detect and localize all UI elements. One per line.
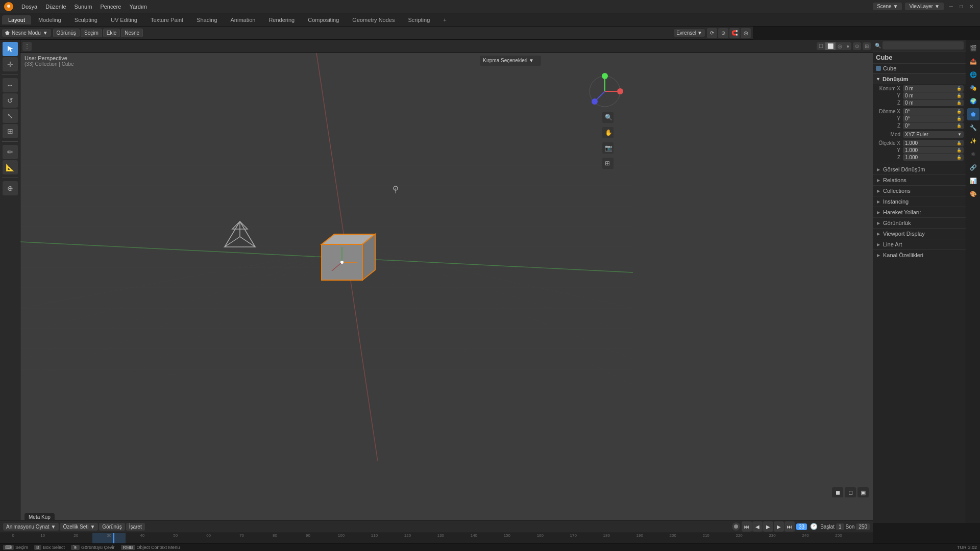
props-tab-object[interactable]: ⬟ (967, 108, 979, 120)
shading-material[interactable]: ◎ (836, 42, 844, 50)
props-tab-scene[interactable]: 🎭 (967, 82, 979, 94)
props-tab-view-layer[interactable]: 🌐 (967, 68, 979, 81)
viewport-icon-2[interactable]: ◻ (845, 487, 856, 497)
section-collections[interactable]: ▶ Collections (873, 185, 966, 196)
proportional-edit[interactable]: ◎ (741, 28, 751, 38)
olcek-y-value[interactable]: 1.000 🔒 (903, 147, 964, 154)
cube-3d-svg[interactable] (322, 234, 375, 280)
props-tab-data[interactable]: 📊 (967, 174, 979, 187)
viewport-gizmo-toggle[interactable]: ⊞ (863, 42, 871, 50)
viewlayer-selector[interactable]: ViewLayer ▼ (905, 3, 943, 10)
tab-sculpting[interactable]: Sculpting (68, 15, 104, 24)
close-btn[interactable]: ✕ (967, 3, 976, 10)
tool-scale[interactable]: ⤡ (3, 109, 18, 123)
btn-next-frame[interactable]: ▶ (774, 521, 784, 532)
start-frame-value[interactable]: 1 (836, 523, 844, 530)
tool-add[interactable]: ⊕ (3, 181, 18, 195)
props-search-input[interactable] (883, 41, 964, 49)
current-frame-display[interactable]: 33 (796, 523, 807, 530)
tab-scripting[interactable]: Scripting (402, 15, 436, 24)
tool-move[interactable]: ↔ (3, 78, 18, 92)
donme-y-value[interactable]: 0° 🔒 (903, 115, 964, 122)
viewport-icon-1[interactable]: ◼ (832, 487, 843, 497)
konum-z-value[interactable]: 0 m 🔒 (903, 99, 964, 106)
tool-measure[interactable]: 📐 (3, 160, 18, 174)
viewport-icon-3[interactable]: ▣ (857, 487, 869, 497)
keyframe-indicator[interactable] (732, 522, 740, 531)
donme-z-value[interactable]: 0° 🔒 (903, 122, 964, 129)
tool-cursor[interactable]: ✛ (3, 57, 18, 71)
tab-geometry-nodes[interactable]: Geometry Nodes (346, 15, 401, 24)
tool-annotate[interactable]: ✏ (3, 145, 18, 159)
props-tab-modifiers[interactable]: 🔧 (967, 121, 979, 134)
mode-dropdown[interactable]: ⬟ Nesne Modu ▼ (2, 29, 51, 37)
section-gorsel-donusum[interactable]: ▶ Görsel Dönüşüm (873, 164, 966, 174)
btn-ekle[interactable]: Ekle (103, 29, 120, 37)
props-tab-output[interactable]: 📤 (967, 55, 979, 67)
section-hareket-yollari[interactable]: ▶ Hareket Yolları: (873, 207, 966, 217)
gorunus-btn[interactable]: Görünüş (99, 523, 125, 531)
tool-transform[interactable]: ⊞ (3, 124, 18, 138)
btn-gorunus[interactable]: Görünüş (53, 29, 80, 37)
konum-z-lock[interactable]: 🔒 (957, 101, 962, 105)
btn-secim[interactable]: Seçim (81, 29, 102, 37)
menu-duzenle[interactable]: Düzenle (41, 3, 70, 11)
viewport-menu-icon[interactable]: ⋮ (22, 42, 32, 51)
mod-value[interactable]: XYZ Euler ▼ (903, 131, 964, 138)
props-tab-render[interactable]: 🎬 (967, 42, 979, 54)
tab-texture-paint[interactable]: Texture Paint (144, 15, 189, 24)
donme-x-value[interactable]: 0° 🔒 (903, 108, 964, 115)
ozellik-seti-btn[interactable]: Özellik Seti ▼ (60, 523, 98, 531)
olcek-z-lock[interactable]: 🔒 (957, 155, 962, 160)
btn-jump-end[interactable]: ⏭ (785, 521, 795, 532)
section-kanal-ozellikleri[interactable]: ▶ Kanal Özellikleri (873, 249, 966, 260)
tool-select[interactable] (3, 42, 18, 56)
btn-play[interactable]: ▶ (763, 521, 773, 532)
timeline-track[interactable]: 0 10 20 30 40 50 60 70 80 90 100 110 120… (0, 533, 873, 543)
transform-icon-2[interactable]: ⊙ (718, 28, 728, 38)
btn-jump-start[interactable]: ⏮ (742, 521, 752, 532)
menu-sunum[interactable]: Sunum (70, 3, 96, 11)
section-line-art[interactable]: ▶ Line Art (873, 239, 966, 249)
evrensel-dropdown[interactable]: Evrensel ▼ (674, 29, 705, 37)
btn-prev-frame[interactable]: ◀ (752, 521, 763, 532)
olcek-x-lock[interactable]: 🔒 (957, 141, 962, 145)
menu-pencere[interactable]: Pencere (96, 3, 125, 11)
props-tab-material[interactable]: 🎨 (967, 188, 979, 200)
viewport-overlay-toggle[interactable]: ⊙ (853, 42, 861, 50)
konum-y-value[interactable]: 0 m 🔒 (903, 92, 964, 99)
tab-shading[interactable]: Shading (190, 15, 223, 24)
section-instancing[interactable]: ▶ Instancing (873, 196, 966, 207)
donme-x-lock[interactable]: 🔒 (957, 109, 962, 114)
tab-add[interactable]: + (437, 15, 452, 24)
end-frame-value[interactable]: 250 (856, 523, 870, 530)
konum-x-value[interactable]: 0 m 🔒 (903, 85, 964, 92)
olcek-z-value[interactable]: 1.000 🔒 (903, 154, 964, 161)
shading-rendered[interactable]: ● (844, 42, 851, 50)
tab-compositing[interactable]: Compositing (302, 15, 345, 24)
props-tab-particles[interactable]: ✨ (967, 135, 979, 147)
props-tab-physics[interactable]: ⚛ (967, 148, 979, 160)
tab-rendering[interactable]: Rendering (262, 15, 301, 24)
btn-nesne[interactable]: Nesne (121, 29, 143, 37)
olcek-x-value[interactable]: 1.000 🔒 (903, 140, 964, 146)
tab-modeling[interactable]: Modeling (32, 15, 67, 24)
animasyon-oynat-btn[interactable]: Animasyonu Oynat ▼ (3, 523, 59, 531)
konum-x-lock[interactable]: 🔒 (957, 86, 962, 91)
tool-rotate[interactable]: ↺ (3, 93, 18, 108)
snap-magnet[interactable]: 🧲 (729, 28, 740, 38)
viewport-3d[interactable]: ⋮ ☐ ⬜ ◎ ● ⊙ ⊞ (20, 40, 873, 523)
tab-uv-editing[interactable]: UV Editing (105, 15, 143, 24)
olcek-y-lock[interactable]: 🔒 (957, 148, 962, 153)
shading-solid[interactable]: ⬜ (825, 42, 836, 50)
scene-selector[interactable]: Scene ▼ (873, 3, 902, 10)
section-relations[interactable]: ▶ Relations (873, 174, 966, 185)
viewport-overlay-btn-svg[interactable]: Kırpma Seçenekleri ▼ (480, 56, 541, 66)
donusum-header[interactable]: ▼ Dönüşüm (873, 74, 966, 84)
tab-layout[interactable]: Layout (2, 15, 31, 24)
transform-icon-1[interactable]: ⟳ (707, 28, 717, 38)
donme-y-lock[interactable]: 🔒 (957, 116, 962, 121)
section-gorunurluk[interactable]: ▶ Görünürlük (873, 217, 966, 228)
konum-y-lock[interactable]: 🔒 (957, 93, 962, 98)
menu-yardim[interactable]: Yardım (125, 3, 151, 11)
